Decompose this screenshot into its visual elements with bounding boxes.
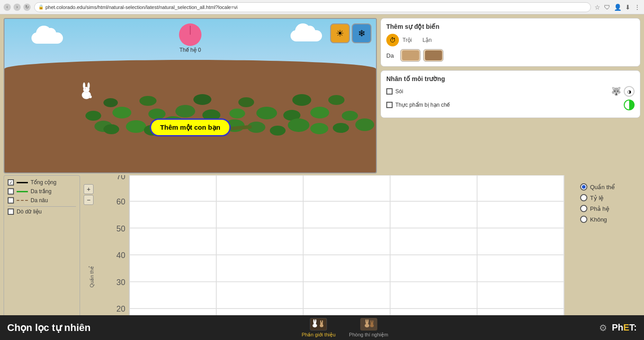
wolf-toggle[interactable]: ◑ bbox=[624, 86, 635, 97]
da-nau-line bbox=[17, 200, 28, 201]
bush bbox=[256, 107, 277, 119]
chart-y-label: Quần thể bbox=[89, 266, 95, 287]
svg-point-48 bbox=[370, 324, 374, 327]
bottom-right: ⚙ PhET: bbox=[599, 322, 637, 333]
radio-pha-he-circle[interactable] bbox=[580, 205, 587, 212]
forward-button[interactable]: › bbox=[13, 4, 21, 11]
da-label: Da bbox=[386, 52, 398, 59]
radio-quan-the-circle[interactable] bbox=[580, 183, 587, 190]
legend-da-trang: Da trắng bbox=[8, 188, 76, 195]
legend-tong-cong: Tổng cộng bbox=[8, 179, 76, 186]
radio-khong[interactable]: Không bbox=[580, 216, 636, 223]
radio-ty-le-circle[interactable] bbox=[580, 194, 587, 201]
tab-lab-label: Phòng thí nghiệm bbox=[349, 332, 388, 338]
fur-troi-button[interactable] bbox=[400, 49, 420, 62]
sun-button[interactable]: ☀ bbox=[330, 23, 350, 43]
fur-lan-button[interactable] bbox=[423, 49, 443, 62]
bush bbox=[103, 124, 119, 134]
star-button[interactable]: ☆ bbox=[595, 4, 600, 11]
bush bbox=[85, 111, 101, 121]
svg-point-41 bbox=[320, 320, 321, 323]
svg-text:60: 60 bbox=[116, 197, 125, 206]
radio-khong-label: Không bbox=[590, 216, 607, 223]
svg-point-5 bbox=[89, 95, 92, 98]
radio-quan-the[interactable]: Quần thể bbox=[580, 183, 636, 190]
legend-do-du-lieu: Dò dữ liệu bbox=[8, 209, 76, 215]
food-row: Thực phẩm bị hạn chế bbox=[386, 100, 635, 110]
do-du-lieu-label: Dò dữ liệu bbox=[17, 209, 42, 215]
svg-point-44 bbox=[365, 324, 369, 327]
fur-row: Da bbox=[386, 49, 635, 62]
radio-ty-le[interactable]: Tỷ lệ bbox=[580, 194, 636, 201]
url-bar[interactable]: 🔒 phet.colorado.edu/sims/html/natural-se… bbox=[34, 2, 591, 12]
wolf-row: Sói 🐺 ◑ bbox=[386, 86, 635, 97]
cloud-left bbox=[31, 32, 63, 44]
svg-text:70: 70 bbox=[116, 175, 125, 181]
radio-khong-circle[interactable] bbox=[580, 216, 587, 223]
wolf-checkbox[interactable] bbox=[386, 88, 393, 95]
phet-logo: PhET: bbox=[612, 322, 637, 333]
cloud-right bbox=[291, 30, 322, 41]
snow-button[interactable]: ❄ bbox=[352, 23, 371, 43]
environment-panel: Nhân tố môi trường Sói 🐺 ◑ Thực phẩm bị … bbox=[380, 70, 640, 118]
da-nau-checkbox[interactable] bbox=[8, 197, 14, 204]
env-title: Nhân tố môi trường bbox=[386, 75, 635, 82]
radio-pha-he-label: Phả hệ bbox=[590, 205, 609, 212]
fur-troi-icon bbox=[402, 50, 419, 60]
bush bbox=[103, 98, 118, 107]
right-panel: Thêm sự đột biến ⏱ Trội Lặn Da bbox=[380, 18, 640, 173]
browser-controls[interactable]: ‹ › ↻ bbox=[4, 4, 31, 11]
lock-icon: 🔒 bbox=[38, 5, 44, 9]
svg-rect-34 bbox=[310, 318, 326, 330]
profile-button[interactable]: 👤 bbox=[614, 4, 622, 11]
sim-area: Thế hệ 0 ☀ ❄ Thêm một con bạn bbox=[4, 18, 377, 173]
da-nau-label: Da nâu bbox=[31, 197, 48, 204]
tab-lab-icon bbox=[360, 318, 377, 331]
da-trang-checkbox[interactable] bbox=[8, 188, 14, 195]
tab-intro[interactable]: Phần giới thiệu bbox=[302, 318, 335, 338]
bush bbox=[126, 120, 146, 133]
svg-point-4 bbox=[85, 88, 86, 89]
food-checkbox[interactable] bbox=[386, 102, 393, 108]
do-du-lieu-checkbox[interactable] bbox=[8, 209, 14, 215]
bottom-bar: Chọn lọc tự nhiên Phần giới thiệu bbox=[0, 315, 644, 340]
food-label: Thực phẩm bị hạn chế bbox=[395, 102, 621, 108]
tong-cong-checkbox[interactable] bbox=[8, 179, 14, 186]
svg-text:50: 50 bbox=[116, 224, 125, 233]
back-button[interactable]: ‹ bbox=[4, 4, 11, 11]
bush bbox=[229, 109, 245, 118]
food-toggle[interactable] bbox=[624, 100, 635, 110]
bush bbox=[328, 95, 344, 105]
browser-bar: ‹ › ↻ 🔒 phet.colorado.edu/sims/html/natu… bbox=[0, 0, 644, 14]
browser-actions: ☆ 🛡 👤 ⬇ ⋮ bbox=[595, 4, 640, 11]
bush bbox=[193, 94, 211, 105]
bush bbox=[238, 97, 254, 107]
sync-button[interactable]: ⬇ bbox=[625, 4, 631, 11]
zoom-in-button[interactable]: + bbox=[84, 184, 94, 194]
mutation-labels: Trội Lặn bbox=[402, 37, 635, 43]
bush bbox=[288, 118, 309, 132]
radio-pha-he[interactable]: Phả hệ bbox=[580, 205, 636, 212]
radio-quan-the-label: Quần thể bbox=[590, 184, 615, 190]
main-content: Thế hệ 0 ☀ ❄ Thêm một con bạn Thêm sự độ… bbox=[0, 14, 644, 315]
mutation-panel: Thêm sự đột biến ⏱ Trội Lặn Da bbox=[380, 18, 640, 67]
zoom-out-button[interactable]: − bbox=[84, 195, 94, 205]
svg-point-42 bbox=[322, 320, 323, 323]
settings-button[interactable]: ⚙ bbox=[599, 322, 607, 333]
svg-point-38 bbox=[315, 319, 317, 323]
shield-button[interactable]: 🛡 bbox=[604, 4, 610, 11]
generation-counter: Thế hệ 0 bbox=[179, 23, 201, 53]
svg-point-51 bbox=[372, 320, 373, 323]
menu-button[interactable]: ⋮ bbox=[634, 4, 640, 11]
url-text: phet.colorado.edu/sims/html/natural-sele… bbox=[45, 5, 237, 10]
bush bbox=[148, 109, 165, 119]
bush bbox=[175, 105, 195, 118]
gen-line bbox=[190, 26, 191, 35]
svg-point-3 bbox=[88, 82, 90, 89]
reload-button[interactable]: ↻ bbox=[23, 4, 31, 11]
rabbit bbox=[79, 82, 94, 98]
bush bbox=[139, 96, 157, 106]
add-friend-button[interactable]: Thêm một con bạn bbox=[150, 118, 231, 136]
svg-text:20: 20 bbox=[116, 304, 125, 313]
tab-lab[interactable]: Phòng thí nghiệm bbox=[349, 318, 388, 338]
